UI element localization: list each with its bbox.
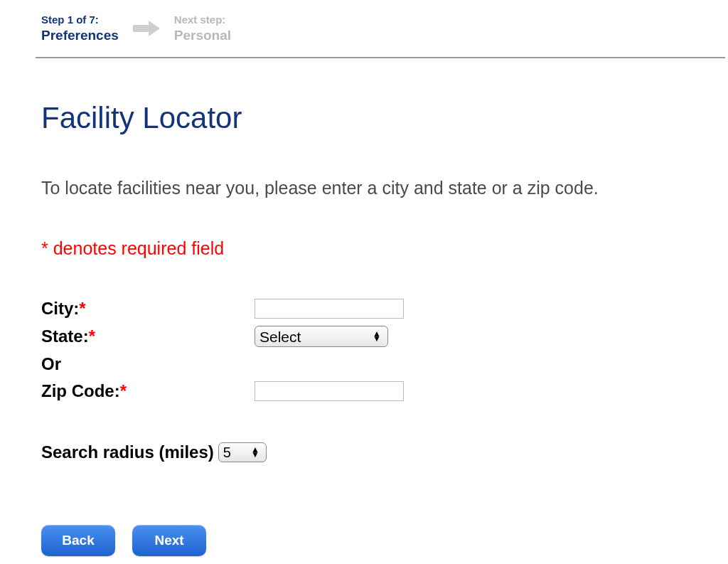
zip-input[interactable]: [255, 381, 404, 401]
current-step-name: Preferences: [41, 27, 119, 45]
state-row: State:* Select ▲▼: [41, 326, 728, 347]
state-select[interactable]: Select: [255, 326, 388, 347]
next-step-label: Next step:: [174, 13, 231, 27]
page-title: Facility Locator: [41, 101, 728, 135]
radius-select[interactable]: 5: [218, 442, 267, 462]
next-step-name: Personal: [174, 27, 231, 45]
city-label: City:*: [41, 299, 255, 319]
radius-label: Search radius (miles): [41, 442, 214, 462]
city-row: City:*: [41, 299, 728, 319]
city-input[interactable]: [255, 299, 404, 319]
required-star-icon: *: [89, 326, 95, 346]
step-indicator: Step 1 of 7: Preferences Next step: Pers…: [41, 13, 728, 57]
next-step: Next step: Personal: [174, 13, 231, 44]
arrow-right-icon: [133, 20, 160, 37]
state-label-text: State:: [41, 326, 89, 346]
next-button[interactable]: Next: [132, 525, 206, 556]
current-step: Step 1 of 7: Preferences: [41, 13, 119, 44]
required-field-note: * denotes required field: [41, 238, 728, 259]
locator-form: City:* State:* Select ▲▼ Or Zip Code:* S…: [41, 299, 728, 462]
or-label: Or: [41, 354, 728, 374]
radius-row: Search radius (miles) 5 ▲▼: [41, 442, 728, 462]
intro-text: To locate facilities near you, please en…: [41, 178, 728, 198]
zip-label: Zip Code:*: [41, 381, 255, 401]
button-row: Back Next: [41, 525, 728, 556]
required-star-icon: *: [79, 299, 85, 318]
zip-label-text: Zip Code:: [41, 381, 120, 400]
current-step-number: Step 1 of 7:: [41, 13, 119, 27]
city-label-text: City:: [41, 299, 79, 318]
back-button[interactable]: Back: [41, 525, 115, 556]
required-star-icon: *: [120, 381, 127, 400]
zip-row: Zip Code:*: [41, 381, 728, 401]
header-divider: [36, 57, 725, 58]
state-label: State:*: [41, 326, 255, 346]
